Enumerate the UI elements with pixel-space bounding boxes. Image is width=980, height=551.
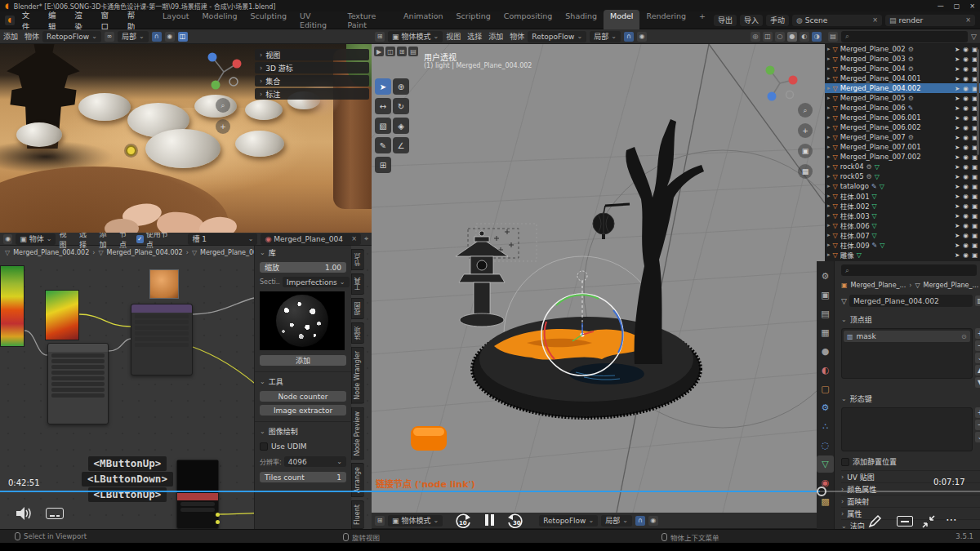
properties-tab-icon[interactable]: ⚙: [817, 268, 834, 285]
outliner-row[interactable]: ▸ ▽ 柱体.003 ▽ ➤ ◉ ▣: [825, 211, 980, 220]
outliner-search-input[interactable]: ⌕: [841, 31, 968, 42]
move-down-button[interactable]: ▼: [975, 377, 980, 388]
overlay-toggle-icon[interactable]: ◫: [178, 32, 188, 42]
shader-node-editor[interactable]: ◉ ▣物体⌄ 视图选择添加节点 ✓ 使用节点 槽 1⌄ ◉ Merged_Pla…: [0, 233, 372, 529]
close-icon[interactable]: ×: [872, 16, 878, 24]
disclosure-arrow-icon[interactable]: ▸: [827, 75, 831, 82]
selectable-icon[interactable]: ➤: [955, 85, 960, 92]
zoom-icon[interactable]: ⌕: [216, 98, 230, 113]
minimize-button[interactable]: —: [938, 2, 944, 10]
tool-button[interactable]: ◈: [393, 118, 409, 134]
close-icon[interactable]: ×: [965, 16, 971, 24]
viewport-menu[interactable]: 添加: [488, 31, 503, 42]
retopoflow-menu[interactable]: RetopoFlow⌄: [539, 515, 598, 527]
hide-viewport-icon[interactable]: ◉: [963, 222, 969, 229]
workspace-tab[interactable]: Modeling: [195, 10, 243, 31]
properties-tab-icon[interactable]: ◌: [817, 437, 834, 454]
sidebar-panel-header[interactable]: ›标注: [255, 88, 369, 100]
shape-keys-list[interactable]: [841, 407, 973, 451]
tiles-count-field[interactable]: Tiles count1: [260, 472, 346, 482]
outliner-row[interactable]: ▸ ▽ 柱体.001 ▽ ➤ ◉ ▣: [825, 191, 980, 201]
sidebar-panel-header[interactable]: ›视图: [255, 49, 369, 60]
outliner-row[interactable]: ▸ ▽ tatalogo ✎ ▽ ➤ ◉ ▣: [825, 181, 980, 191]
tool-button[interactable]: ↔: [375, 98, 391, 114]
add-shape-key-button[interactable]: +: [975, 407, 980, 418]
filter-funnel-icon[interactable]: ▽: [971, 33, 977, 41]
mix-node[interactable]: [47, 343, 109, 424]
selectable-icon[interactable]: ➤: [955, 153, 960, 161]
selectable-icon[interactable]: ➤: [955, 193, 960, 200]
selectable-icon[interactable]: ➤: [955, 183, 960, 190]
selectable-icon[interactable]: ➤: [955, 65, 960, 73]
hide-viewport-icon[interactable]: ◉: [963, 183, 969, 190]
hide-viewport-icon[interactable]: ◉: [963, 134, 969, 141]
properties-search-input[interactable]: ⌕: [841, 264, 977, 276]
properties-tab-icon[interactable]: ▢: [817, 380, 834, 398]
hide-render-icon[interactable]: ▣: [972, 212, 978, 220]
vertex-group-row[interactable]: ▥ mask ⊙: [844, 331, 970, 342]
outliner-row[interactable]: ▸ ▽ Merged_Plane_005 ⚙ ➤ ◉ ▣: [825, 93, 980, 103]
forward-30-icon[interactable]: 30: [506, 513, 524, 529]
disclosure-arrow-icon[interactable]: ▸: [827, 251, 831, 258]
viewport-menu[interactable]: 选择: [467, 31, 482, 42]
section-dropdown[interactable]: Imperfections⌄: [283, 277, 350, 287]
move-up-button[interactable]: ▲: [975, 365, 980, 375]
selectable-icon[interactable]: ➤: [955, 173, 960, 180]
proportional-edit-icon[interactable]: ◉: [165, 32, 175, 42]
vertex-group-specials-button[interactable]: ⌄: [975, 353, 980, 363]
hide-viewport-icon[interactable]: ◉: [963, 124, 969, 131]
selectable-icon[interactable]: ➤: [955, 163, 960, 171]
image-extractor-button[interactable]: Image extractor: [260, 405, 346, 415]
hide-viewport-icon[interactable]: ◉: [963, 85, 969, 92]
shape-key-specials-button[interactable]: ⌄: [975, 432, 980, 442]
hide-viewport-icon[interactable]: ◉: [963, 153, 969, 161]
sidebar-panel-header[interactable]: ›集合: [255, 75, 369, 87]
hide-render-icon[interactable]: ▣: [972, 251, 978, 259]
workspace-tab[interactable]: Animation: [397, 10, 449, 31]
more-options-icon[interactable]: ⋯: [946, 513, 957, 526]
snap-magnet-icon[interactable]: ∩: [152, 32, 162, 42]
disclosure-arrow-icon[interactable]: ▸: [827, 56, 831, 62]
hide-viewport-icon[interactable]: ◉: [963, 212, 969, 220]
shape-keys-header[interactable]: ⌄形态键: [841, 393, 980, 404]
workspace-tab[interactable]: Layout: [156, 10, 195, 31]
gradient-node[interactable]: [45, 290, 79, 340]
selectable-icon[interactable]: ➤: [955, 46, 960, 53]
shading-material-icon[interactable]: ◐: [800, 32, 809, 42]
selectable-icon[interactable]: ➤: [955, 144, 960, 151]
tools-panel-header[interactable]: ⌄工具: [260, 376, 346, 387]
tool-button[interactable]: ✎: [375, 137, 391, 153]
disclosure-arrow-icon[interactable]: ▸: [827, 153, 831, 160]
manual-button[interactable]: 手动: [766, 15, 789, 26]
hide-viewport-icon[interactable]: ◉: [963, 163, 969, 171]
colorramp-node[interactable]: [0, 265, 24, 347]
selectable-icon[interactable]: ➤: [955, 222, 960, 229]
shading-wireframe-icon[interactable]: ○: [775, 32, 785, 42]
tool-button[interactable]: ∠: [393, 137, 409, 153]
properties-tab-icon[interactable]: ◐: [817, 362, 834, 379]
hide-viewport-icon[interactable]: ◉: [963, 193, 969, 200]
orientation-dropdown[interactable]: 局部⌄: [118, 31, 149, 42]
scale-slider[interactable]: 缩放1.00: [260, 262, 346, 273]
hide-viewport-icon[interactable]: ◉: [963, 46, 969, 53]
workspace-tab[interactable]: Scripting: [450, 10, 497, 31]
hide-viewport-icon[interactable]: ◉: [963, 144, 969, 151]
main-3d-viewport[interactable]: 用户透视 (1) light | Merged_Plane_004.002 ▶ …: [372, 44, 825, 513]
selectable-icon[interactable]: ➤: [955, 75, 960, 82]
workspace-tab[interactable]: Shading: [559, 10, 604, 31]
snap-magnet-icon[interactable]: ∩: [624, 32, 634, 42]
disclosure-arrow-icon[interactable]: ▸: [827, 104, 831, 111]
selectable-icon[interactable]: ➤: [955, 202, 960, 210]
disclosure-arrow-icon[interactable]: ▸: [827, 212, 831, 219]
properties-tab-icon[interactable]: ▤: [817, 305, 834, 322]
blender-app-icon[interactable]: ◖: [5, 16, 15, 25]
tool-button[interactable]: ⊕: [393, 78, 409, 95]
proportional-edit-icon[interactable]: ◉: [637, 32, 647, 42]
disclosure-arrow-icon[interactable]: ▸: [827, 163, 831, 170]
properties-tab-icon[interactable]: ▦: [817, 324, 834, 341]
workspace-tab[interactable]: Sculpting: [244, 10, 293, 31]
show-overlays-icon[interactable]: ◫: [763, 32, 773, 42]
tool-button[interactable]: ⊞: [375, 157, 391, 173]
lock-icon[interactable]: ⊙: [961, 333, 967, 340]
snap-magnet-icon[interactable]: ∩: [635, 516, 645, 526]
